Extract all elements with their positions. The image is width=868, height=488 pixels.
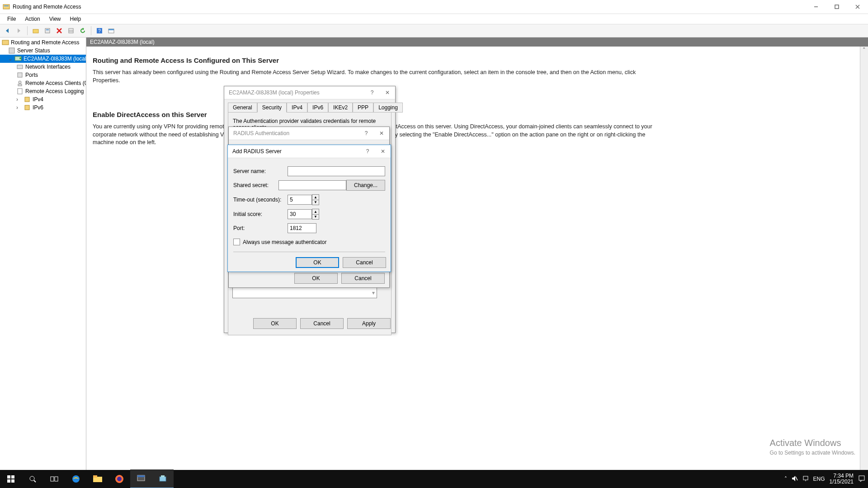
properties-cancel-button[interactable]: Cancel bbox=[300, 318, 344, 329]
scroll-up-icon[interactable]: ˄ bbox=[860, 47, 868, 54]
close-icon[interactable]: ✕ bbox=[380, 87, 395, 99]
menubar: File Action View Help bbox=[0, 14, 868, 24]
tab-ppp[interactable]: PPP bbox=[353, 103, 373, 113]
content-heading-1: Routing and Remote Access Is Configured … bbox=[93, 56, 862, 65]
system-tray[interactable]: ˄ ENG 7:34 PM 1/15/2021 bbox=[784, 473, 868, 485]
menu-view[interactable]: View bbox=[45, 15, 66, 23]
properties-button[interactable] bbox=[42, 25, 53, 36]
port-label: Port: bbox=[233, 225, 288, 231]
console-tree[interactable]: Routing and Remote Access Server Status … bbox=[0, 38, 86, 479]
tree-network-interfaces[interactable]: Network Interfaces bbox=[0, 63, 86, 71]
watermark-sub: Go to Settings to activate Windows. bbox=[770, 449, 855, 457]
add-radius-title[interactable]: Add RADIUS Server ? ✕ bbox=[228, 145, 391, 158]
svg-rect-50 bbox=[803, 476, 808, 480]
help-icon[interactable]: ? bbox=[364, 87, 380, 99]
maximize-button[interactable] bbox=[826, 0, 847, 13]
back-button[interactable] bbox=[2, 25, 13, 36]
taskbar[interactable]: ˄ ENG 7:34 PM 1/15/2021 bbox=[0, 470, 868, 488]
app-icon bbox=[3, 3, 10, 10]
logging-icon bbox=[16, 88, 24, 95]
partial-dropdown[interactable]: ▾ bbox=[232, 287, 377, 298]
radius-auth-title[interactable]: RADIUS Authentication ? ✕ bbox=[229, 127, 389, 140]
tree-ports[interactable]: Ports bbox=[0, 71, 86, 79]
help-icon[interactable]: ? bbox=[360, 145, 375, 157]
delete-button[interactable] bbox=[54, 25, 65, 36]
start-button[interactable] bbox=[0, 470, 22, 488]
svg-rect-13 bbox=[69, 28, 73, 33]
help-icon[interactable]: ? bbox=[359, 127, 374, 139]
svg-rect-25 bbox=[18, 73, 22, 77]
folder-button[interactable] bbox=[30, 25, 41, 36]
taskbar-taskview[interactable] bbox=[43, 470, 65, 488]
tree-machine-node[interactable]: ⌄ EC2AMAZ-0I8J83M (local) bbox=[0, 55, 86, 63]
close-button[interactable] bbox=[847, 0, 868, 13]
always-authenticator-checkbox[interactable] bbox=[233, 239, 240, 245]
tray-volume-icon[interactable] bbox=[792, 475, 798, 483]
tree-root[interactable]: Routing and Remote Access bbox=[0, 38, 86, 47]
nic-icon bbox=[16, 63, 24, 70]
radius-auth-ok-button[interactable]: OK bbox=[294, 273, 338, 284]
tray-network-icon[interactable] bbox=[802, 475, 809, 483]
taskbar-firefox[interactable] bbox=[108, 470, 130, 488]
close-icon[interactable]: ✕ bbox=[374, 127, 389, 139]
properties-ok-button[interactable]: OK bbox=[253, 318, 297, 329]
server-name-input[interactable] bbox=[288, 166, 385, 176]
tab-logging[interactable]: Logging bbox=[373, 103, 403, 113]
shared-secret-input[interactable] bbox=[278, 180, 346, 190]
change-secret-button[interactable]: Change... bbox=[346, 180, 385, 191]
tab-general[interactable]: General bbox=[228, 103, 257, 113]
radius-auth-cancel-button[interactable]: Cancel bbox=[341, 273, 385, 284]
add-radius-ok-button[interactable]: OK bbox=[296, 257, 339, 268]
dialog-title-text: RADIUS Authentication bbox=[233, 130, 359, 136]
taskbar-ie[interactable] bbox=[65, 470, 87, 488]
tab-ipv4[interactable]: IPv4 bbox=[287, 103, 307, 113]
initial-score-input[interactable] bbox=[288, 209, 312, 219]
add-radius-cancel-button[interactable]: Cancel bbox=[343, 257, 386, 268]
list-button[interactable] bbox=[66, 25, 76, 36]
tree-ipv4[interactable]: ›IPv4 bbox=[0, 95, 86, 103]
tree-remote-access-logging[interactable]: Remote Access Logging bbox=[0, 87, 86, 95]
spin-up-icon[interactable]: ▲ bbox=[312, 209, 319, 215]
help-button[interactable]: ? bbox=[94, 25, 105, 36]
svg-point-23 bbox=[19, 57, 21, 59]
tree-server-status[interactable]: Server Status bbox=[0, 47, 86, 55]
tray-notifications-icon[interactable] bbox=[858, 475, 865, 483]
menu-file[interactable]: File bbox=[3, 15, 20, 23]
tree-label: EC2AMAZ-0I8J83M (local) bbox=[24, 56, 86, 62]
svg-rect-38 bbox=[55, 477, 58, 481]
tray-language[interactable]: ENG bbox=[813, 476, 825, 482]
minimize-button[interactable] bbox=[806, 0, 826, 13]
tree-label: IPv4 bbox=[33, 96, 43, 103]
spin-down-icon[interactable]: ▼ bbox=[312, 215, 319, 220]
properties-apply-button[interactable]: Apply bbox=[347, 318, 391, 329]
tree-ipv6[interactable]: ›IPv6 bbox=[0, 103, 86, 112]
spin-up-icon[interactable]: ▲ bbox=[312, 195, 319, 200]
content-vertical-scrollbar[interactable]: ˄ ˅ bbox=[860, 47, 868, 479]
properties-dialog-title[interactable]: EC2AMAZ-0I8J83M (local) Properties ? ✕ bbox=[224, 86, 395, 99]
tree-remote-access-clients[interactable]: Remote Access Clients (0 bbox=[0, 79, 86, 87]
tab-security[interactable]: Security bbox=[257, 103, 287, 113]
svg-rect-31 bbox=[7, 475, 10, 479]
chevron-right-icon[interactable]: › bbox=[16, 96, 22, 103]
port-input[interactable] bbox=[288, 223, 316, 233]
menu-help[interactable]: Help bbox=[66, 15, 86, 23]
taskbar-server-manager[interactable] bbox=[130, 469, 152, 488]
taskbar-search[interactable] bbox=[22, 470, 43, 488]
tray-clock[interactable]: 7:34 PM 1/15/2021 bbox=[830, 473, 854, 485]
content-header: EC2AMAZ-0I8J83M (local) bbox=[86, 38, 868, 47]
window-button[interactable] bbox=[106, 25, 117, 36]
spin-down-icon[interactable]: ▼ bbox=[312, 200, 319, 205]
refresh-button[interactable] bbox=[77, 25, 88, 36]
tree-label: Network Interfaces bbox=[25, 64, 71, 70]
taskbar-rras[interactable] bbox=[152, 469, 174, 488]
chevron-right-icon[interactable]: › bbox=[16, 104, 22, 111]
chevron-down-icon[interactable]: ⌄ bbox=[8, 56, 13, 62]
close-icon[interactable]: ✕ bbox=[375, 145, 391, 157]
tray-chevron-up-icon[interactable]: ˄ bbox=[784, 476, 787, 482]
timeout-input[interactable] bbox=[288, 195, 312, 205]
tab-ikev2[interactable]: IKEv2 bbox=[328, 103, 353, 113]
tab-ipv6[interactable]: IPv6 bbox=[307, 103, 328, 113]
taskbar-explorer[interactable] bbox=[87, 470, 108, 488]
forward-button[interactable] bbox=[14, 25, 24, 36]
menu-action[interactable]: Action bbox=[20, 15, 44, 23]
